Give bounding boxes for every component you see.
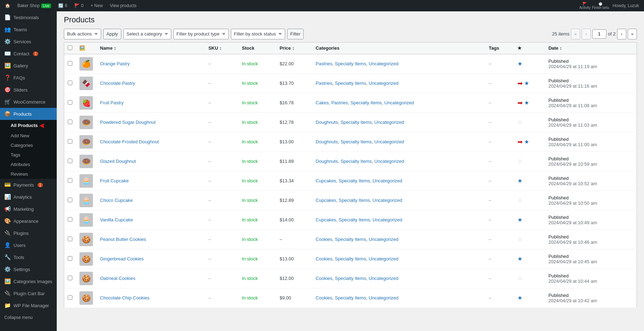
category-link[interactable]: Uncategorized <box>369 276 399 281</box>
category-link[interactable]: Uncategorized <box>373 178 402 183</box>
sidebar-item-add-new[interactable]: Add New <box>0 131 57 140</box>
featured-star[interactable]: ★ <box>517 255 522 262</box>
product-name-link[interactable]: Chocolate Chip Cookies <box>100 295 149 300</box>
stock-status-select[interactable]: Filter by stock status <box>231 29 285 39</box>
row-checkbox[interactable] <box>68 276 72 280</box>
category-link[interactable]: Uncategorized <box>384 100 414 105</box>
sidebar-item-reviews[interactable]: Reviews <box>0 169 57 179</box>
product-name-link[interactable]: Gingerbread Cookies <box>100 256 144 261</box>
price-sort-link[interactable]: Price ↕ <box>279 45 294 51</box>
category-link[interactable]: Uncategorized <box>374 139 404 144</box>
category-link[interactable]: Pastries <box>316 81 332 86</box>
bulk-actions-select[interactable]: Bulk actions <box>64 29 101 39</box>
name-sort-link[interactable]: Name ↕ <box>100 45 116 51</box>
adminbar-home[interactable]: 🏠 <box>3 0 12 11</box>
date-sort-link[interactable]: Date ↕ <box>548 45 562 51</box>
category-link[interactable]: Specialty Items <box>335 295 366 300</box>
adminbar-moderation[interactable]: 🚩 0 <box>72 0 86 11</box>
category-link[interactable]: Specialty Items <box>340 139 372 144</box>
th-price[interactable]: Price ↕ <box>276 42 312 54</box>
sidebar-item-categories-images[interactable]: 🖼️ Categories Images <box>0 275 57 287</box>
category-link[interactable]: Cookies <box>316 276 332 281</box>
product-name-link[interactable]: Fruit Pastry <box>100 100 123 105</box>
category-link[interactable]: Specialty Items <box>335 61 366 66</box>
row-checkbox[interactable] <box>68 159 72 163</box>
product-name-link[interactable]: Orange Pastry <box>100 61 130 66</box>
row-checkbox[interactable] <box>68 295 72 300</box>
featured-star[interactable]: ★ <box>524 138 529 145</box>
sidebar-item-testimonials[interactable]: 📄 Testimonials <box>0 11 57 23</box>
category-link[interactable]: Specialty Items <box>340 159 372 164</box>
sidebar-item-categories[interactable]: Categories <box>0 140 57 150</box>
featured-star[interactable]: ★ <box>524 99 529 106</box>
sidebar-item-plugin-cart-bar[interactable]: 🔌 Plugin Cart Bar <box>0 287 57 299</box>
row-checkbox[interactable] <box>68 61 72 66</box>
th-date[interactable]: Date ↕ <box>545 42 637 54</box>
filter-button[interactable]: Filter <box>287 29 304 39</box>
category-link[interactable]: Specialty Items <box>339 198 370 203</box>
sidebar-item-appearance[interactable]: 🎨 Appearance <box>0 215 57 227</box>
product-name-link[interactable]: Fruit Cupcake <box>100 178 129 183</box>
featured-star[interactable]: ☆ <box>517 275 522 282</box>
sidebar-item-sliders[interactable]: 🎯 Sliders <box>0 84 57 96</box>
category-link[interactable]: Specialty Items <box>350 100 382 105</box>
product-name-link[interactable]: Chocolate Pastry <box>100 81 135 86</box>
featured-star[interactable]: ★ <box>517 60 522 67</box>
category-link[interactable]: Specialty Items <box>339 217 370 222</box>
sidebar-item-gallery[interactable]: 🖼️ Gallery <box>0 60 57 72</box>
category-link[interactable]: Doughnuts <box>316 139 338 144</box>
sidebar-item-payments[interactable]: 💳 Payments 1 <box>0 179 57 191</box>
last-page-button[interactable]: » <box>628 29 637 39</box>
featured-star[interactable]: ☆ <box>517 158 522 165</box>
th-sku[interactable]: SKU ↕ <box>205 42 238 54</box>
sidebar-item-marketing[interactable]: 📢 Marketing <box>0 203 57 215</box>
sidebar-item-teams[interactable]: 👥 Teams <box>0 23 57 35</box>
featured-star[interactable]: ★ <box>517 216 522 223</box>
featured-star[interactable]: ☆ <box>517 236 522 243</box>
row-checkbox[interactable] <box>68 139 72 144</box>
category-link[interactable]: Specialty Items <box>335 256 366 261</box>
category-link[interactable]: Specialty Items <box>335 237 366 242</box>
sidebar-item-products[interactable]: 📦 Products <box>0 108 57 120</box>
category-link[interactable]: Specialty Items <box>339 178 370 183</box>
collapse-menu-button[interactable]: Collapse menu <box>0 311 57 324</box>
featured-star[interactable]: ★ <box>517 294 522 301</box>
category-link[interactable]: Uncategorized <box>369 237 399 242</box>
product-name-link[interactable]: Oatmeal Cookies <box>100 276 135 281</box>
sidebar-item-tags[interactable]: Tags <box>0 150 57 160</box>
category-link[interactable]: Uncategorized <box>369 61 399 66</box>
sidebar-item-attributes[interactable]: Attributes <box>0 160 57 169</box>
category-link[interactable]: Doughnuts <box>316 120 338 125</box>
sidebar-item-services[interactable]: ⚙️ Services <box>0 35 57 48</box>
category-link[interactable]: Cupcakes <box>316 178 336 183</box>
row-checkbox[interactable] <box>68 178 72 183</box>
category-link[interactable]: Uncategorized <box>369 81 399 86</box>
sidebar-item-wp-file-manager[interactable]: 📁 WP File Manager <box>0 299 57 311</box>
row-checkbox[interactable] <box>68 120 72 124</box>
category-link[interactable]: Pastries <box>331 100 348 105</box>
category-link[interactable]: Cookies <box>316 256 332 261</box>
sidebar-item-tools[interactable]: 🔧 Tools <box>0 251 57 263</box>
category-link[interactable]: Cakes <box>316 100 329 105</box>
product-type-select[interactable]: Filter by product type <box>173 29 229 39</box>
product-name-link[interactable]: Vanilla Cupcake <box>100 217 133 222</box>
prev-page-button[interactable]: ‹ <box>582 29 591 39</box>
featured-star[interactable]: ☆ <box>517 197 522 204</box>
category-link[interactable]: Cookies <box>316 237 332 242</box>
sidebar-item-faqs[interactable]: ❓ FAQs <box>0 72 57 84</box>
product-name-link[interactable]: Glazed Doughnut <box>100 159 136 164</box>
adminbar-comments[interactable]: 🔄 6 <box>56 0 70 11</box>
category-link[interactable]: Uncategorized <box>374 159 404 164</box>
adminbar-howdy[interactable]: Howdy, Luzuk <box>611 3 641 8</box>
category-link[interactable]: Cupcakes <box>316 217 336 222</box>
adminbar-activity[interactable]: 🚩 Activity <box>579 2 590 10</box>
category-link[interactable]: Uncategorized <box>369 256 399 261</box>
row-checkbox[interactable] <box>68 81 72 85</box>
sidebar-item-woocommerce[interactable]: 🛒 WooCommerce <box>0 96 57 108</box>
sidebar-item-plugins[interactable]: 🔌 Plugins <box>0 227 57 239</box>
current-page-input[interactable] <box>592 29 606 39</box>
category-link[interactable]: Specialty Items <box>340 120 372 125</box>
category-link[interactable]: Uncategorized <box>369 295 399 300</box>
th-name[interactable]: Name ↕ <box>96 42 205 54</box>
row-checkbox[interactable] <box>68 217 72 222</box>
